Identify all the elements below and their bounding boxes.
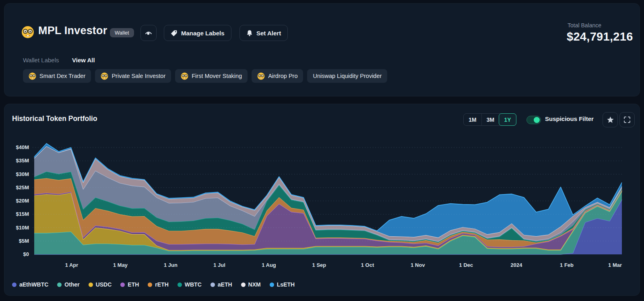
legend-dot (120, 283, 125, 287)
legend-label: Other (64, 281, 79, 288)
y-tick-label: $30M (5, 171, 29, 177)
x-tick-label: 2024 (510, 262, 522, 268)
x-tick-label: 1 Oct (361, 262, 374, 268)
legend-label: aETH (218, 281, 232, 288)
legend-dot (178, 283, 182, 287)
legend-dot (148, 283, 152, 287)
y-tick-label: $25M (5, 184, 29, 190)
x-tick-label: 1 Jul (213, 262, 225, 268)
y-tick-label: $10M (5, 225, 29, 231)
stacked-area-chart[interactable] (0, 0, 644, 301)
x-tick-label: 1 Dec (459, 262, 473, 268)
x-tick-label: 1 Mar (608, 262, 622, 268)
legend-dot (57, 283, 62, 287)
x-tick-label: 1 Jun (164, 262, 178, 268)
legend-item-rETH[interactable]: rETH (148, 281, 168, 288)
chart-legend: aEthWBTCOtherUSDCETHrETHWBTCaETHNXMLsETH (12, 281, 295, 288)
y-tick-label: $15M (5, 211, 29, 217)
legend-dot (270, 283, 274, 287)
legend-item-ETH[interactable]: ETH (120, 281, 139, 288)
wallet-dashboard-page: MPL Investor Wallet Manage Labels Set Al… (0, 0, 644, 301)
legend-item-NXM[interactable]: NXM (241, 281, 261, 288)
x-tick-label: 1 Sep (312, 262, 326, 268)
legend-dot (211, 283, 215, 287)
y-tick-label: $5M (5, 238, 29, 244)
legend-dot (12, 283, 17, 287)
legend-item-LsETH[interactable]: LsETH (270, 281, 295, 288)
y-tick-label: $35M (5, 158, 29, 164)
legend-item-WBTC[interactable]: WBTC (178, 281, 202, 288)
legend-label: rETH (155, 281, 168, 288)
y-tick-label: $20M (5, 198, 29, 204)
y-tick-label: $40M (5, 144, 29, 150)
legend-label: USDC (96, 281, 112, 288)
legend-label: WBTC (185, 281, 202, 288)
legend-dot (241, 283, 246, 287)
x-tick-label: 1 Nov (411, 262, 425, 268)
legend-item-aETH[interactable]: aETH (211, 281, 232, 288)
x-tick-label: 1 Apr (65, 262, 78, 268)
legend-label: aEthWBTC (19, 281, 48, 288)
legend-item-Other[interactable]: Other (57, 281, 79, 288)
y-tick-label: $0 (5, 251, 29, 257)
legend-label: NXM (248, 281, 261, 288)
legend-dot (89, 283, 93, 287)
x-tick-label: 1 May (113, 262, 128, 268)
legend-label: ETH (128, 281, 139, 288)
x-tick-label: 1 Feb (560, 262, 574, 268)
x-tick-label: 1 Aug (262, 262, 276, 268)
legend-item-aEthWBTC[interactable]: aEthWBTC (12, 281, 48, 288)
legend-label: LsETH (277, 281, 295, 288)
legend-item-USDC[interactable]: USDC (89, 281, 112, 288)
